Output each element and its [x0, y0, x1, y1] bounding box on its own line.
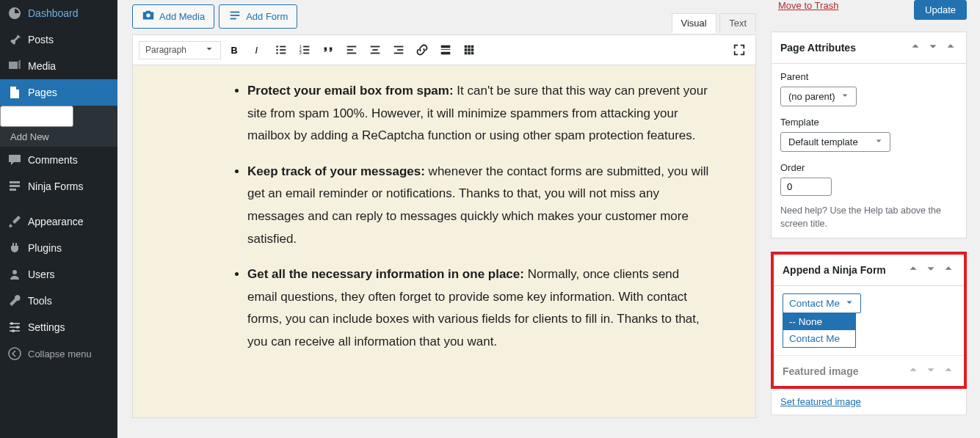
panel-down-icon[interactable] — [924, 262, 937, 278]
svg-rect-33 — [371, 53, 380, 54]
panel-toggle-icon[interactable] — [944, 40, 957, 56]
sidebar-item-ninja-forms[interactable]: Ninja Forms — [0, 173, 117, 200]
svg-rect-47 — [468, 52, 471, 55]
sidebar-item-settings[interactable]: Settings — [0, 314, 117, 340]
svg-rect-27 — [303, 53, 309, 54]
parent-select[interactable]: (no parent) — [780, 87, 857, 106]
svg-point-3 — [12, 270, 17, 274]
numbered-list-icon[interactable]: 123 — [294, 40, 315, 60]
svg-rect-32 — [372, 49, 377, 51]
ninja-form-select[interactable]: Contact Me — [783, 293, 861, 313]
ninja-option-none[interactable]: -- None — [783, 313, 855, 330]
parent-label: Parent — [780, 71, 957, 82]
svg-point-9 — [12, 329, 15, 332]
svg-rect-43 — [465, 48, 468, 51]
dashboard-icon — [7, 6, 22, 21]
ninja-selected-value: Contact Me — [789, 298, 840, 309]
featured-title: Featured image — [783, 365, 858, 377]
svg-point-8 — [16, 326, 19, 329]
svg-rect-29 — [347, 49, 353, 51]
editor-tab-visual[interactable]: Visual — [672, 13, 716, 33]
align-center-icon[interactable] — [365, 40, 385, 60]
svg-rect-19 — [280, 49, 286, 51]
ninja-option-contact-me[interactable]: Contact Me — [783, 330, 855, 347]
update-button[interactable]: Update — [914, 0, 967, 20]
help-text: Need help? Use the Help tab above the sc… — [780, 205, 957, 230]
add-media-button[interactable]: Add Media — [132, 4, 214, 29]
pin-icon — [7, 32, 22, 47]
sidebar-subitem-all-pages[interactable]: All Pages — [0, 106, 73, 127]
panel-down-icon[interactable] — [924, 363, 937, 379]
sidebar-item-tools[interactable]: Tools — [0, 288, 117, 314]
form-icon — [7, 179, 22, 194]
panel-up-icon[interactable] — [907, 363, 920, 379]
editor-content[interactable]: Protect your email box from spam: It can… — [133, 65, 755, 417]
add-form-button[interactable]: Add Form — [219, 4, 297, 29]
svg-rect-41 — [468, 45, 471, 48]
svg-rect-38 — [441, 49, 451, 50]
sidebar-item-dashboard[interactable]: Dashboard — [0, 0, 117, 26]
order-label: Order — [780, 162, 957, 173]
sidebar-label: Dashboard — [28, 7, 79, 19]
sidebar-label: Ninja Forms — [28, 180, 83, 192]
form-mini-icon — [228, 9, 242, 24]
svg-rect-23 — [303, 46, 309, 48]
add-form-label: Add Form — [246, 11, 288, 22]
link-icon[interactable] — [412, 40, 432, 60]
bullet-list-icon[interactable] — [271, 40, 291, 60]
svg-text:I: I — [255, 45, 258, 56]
panel-up-icon[interactable] — [909, 40, 922, 56]
svg-rect-39 — [441, 52, 451, 55]
admin-sidebar: Dashboard Posts Media Pages All Pages Ad… — [0, 0, 117, 438]
panel-title: Append a Ninja Form — [783, 264, 886, 276]
panel-toggle-icon[interactable] — [942, 363, 955, 379]
italic-icon[interactable]: I — [247, 40, 268, 60]
svg-rect-37 — [441, 45, 451, 48]
sidebar-item-posts[interactable]: Posts — [0, 26, 117, 53]
toolbar-toggle-icon[interactable] — [459, 40, 479, 60]
editor-tab-text[interactable]: Text — [719, 13, 756, 32]
sidebar-item-comments[interactable]: Comments — [0, 147, 117, 173]
bold-icon[interactable]: B — [224, 40, 244, 60]
svg-rect-34 — [394, 46, 404, 48]
bullet-strong: Get all the necessary information in one… — [247, 267, 524, 281]
svg-rect-36 — [394, 53, 404, 54]
panel-toggle-icon[interactable] — [942, 262, 955, 278]
sidebar-item-pages[interactable]: Pages — [0, 79, 117, 106]
svg-rect-17 — [280, 46, 286, 48]
svg-rect-21 — [280, 53, 286, 54]
sidebar-item-appearance[interactable]: Appearance — [0, 208, 117, 235]
format-selector[interactable]: Paragraph — [139, 41, 221, 59]
collapse-label: Collapse menu — [28, 348, 92, 359]
fullscreen-icon[interactable] — [729, 40, 749, 60]
panel-down-icon[interactable] — [926, 40, 940, 56]
collapse-menu[interactable]: Collapse menu — [0, 340, 117, 367]
align-left-icon[interactable] — [341, 40, 362, 60]
sidebar-item-media[interactable]: Media — [0, 53, 117, 79]
sidebar-item-users[interactable]: Users — [0, 261, 117, 288]
settings-icon — [7, 320, 22, 335]
order-input[interactable] — [780, 178, 832, 196]
comment-icon — [7, 153, 22, 167]
panel-up-icon[interactable] — [907, 262, 920, 278]
sidebar-label: Comments — [28, 154, 78, 166]
quote-icon[interactable] — [318, 40, 338, 60]
svg-rect-48 — [471, 52, 474, 55]
svg-rect-28 — [347, 46, 357, 48]
move-to-trash-link[interactable]: Move to Trash — [778, 0, 838, 11]
editor-toolbar: Paragraph B I 123 — [133, 35, 755, 65]
content-bullet: Protect your email box from spam: It can… — [247, 80, 711, 147]
sidebar-subitem-add-new[interactable]: Add New — [0, 127, 117, 147]
collapse-icon — [7, 346, 22, 361]
add-media-label: Add Media — [159, 11, 205, 22]
align-right-icon[interactable] — [388, 40, 409, 60]
read-more-icon[interactable] — [435, 40, 456, 60]
template-select[interactable]: Default template — [780, 132, 890, 152]
sidebar-submenu-pages: All Pages Add New — [0, 106, 117, 147]
svg-point-18 — [276, 49, 278, 51]
panel-title: Page Attributes — [780, 42, 856, 54]
chevron-down-icon — [874, 136, 884, 148]
svg-rect-11 — [231, 12, 240, 13]
set-featured-image-link[interactable]: Set featured image — [780, 396, 861, 407]
sidebar-item-plugins[interactable]: Plugins — [0, 235, 117, 261]
